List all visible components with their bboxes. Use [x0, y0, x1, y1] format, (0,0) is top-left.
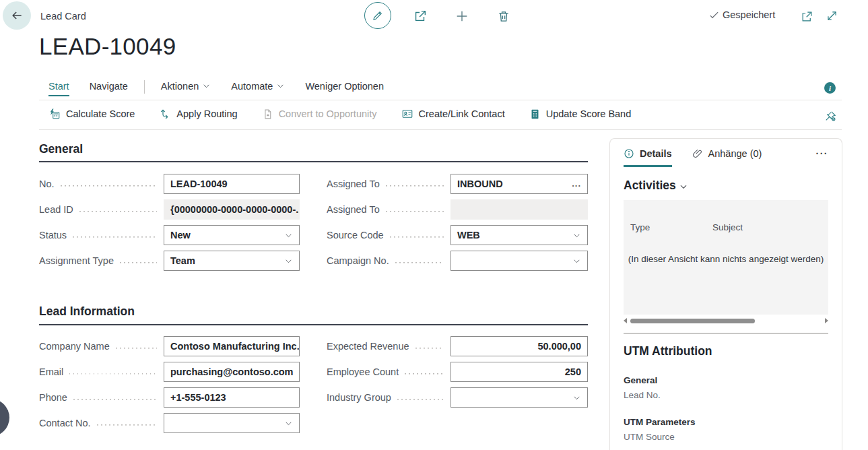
chevron-down-icon[interactable] — [284, 419, 293, 428]
tab-attachments[interactable]: Anhänge (0) — [692, 148, 762, 167]
trash-icon — [497, 9, 510, 23]
pop-out-icon — [801, 10, 813, 23]
status-select[interactable]: New — [164, 225, 300, 245]
breadcrumb-app-title: Lead Card — [40, 11, 86, 22]
edit-button[interactable] — [364, 2, 391, 29]
pencil-icon — [372, 9, 384, 22]
expected-revenue-input[interactable]: 50.000,00 — [450, 336, 588, 356]
floating-assistant-button[interactable] — [0, 399, 9, 437]
menu-item-navigate[interactable]: Navigate — [90, 81, 128, 96]
dotted-leader — [73, 399, 157, 400]
new-button[interactable] — [454, 8, 470, 24]
back-button[interactable] — [3, 1, 31, 30]
activities-horizontal-scrollbar[interactable] — [624, 317, 828, 324]
chevron-down-icon[interactable] — [572, 231, 581, 240]
scroll-right-arrow-icon[interactable] — [825, 318, 828, 323]
open-in-new-window-button[interactable] — [799, 9, 814, 24]
assigned-to-input[interactable]: INBOUND... — [450, 174, 588, 194]
factbox-panel: Details Anhänge (0) ··· Activities Type … — [609, 138, 842, 450]
convert-to-opportunity-button[interactable]: Convert to Opportunity — [262, 108, 377, 120]
dotted-leader — [395, 262, 444, 263]
employee-count-input[interactable]: 250 — [450, 362, 588, 382]
action-ribbon: Calculate Score Apply Routing Convert to… — [48, 108, 655, 120]
activities-list: Type Subject (In dieser Ansicht kann nic… — [624, 200, 828, 315]
ribbon-divider-line — [39, 129, 842, 130]
activities-empty-message: (In dieser Ansicht kann nichts angezeigt… — [624, 254, 828, 264]
chevron-down-icon — [202, 82, 211, 90]
back-arrow-icon — [10, 9, 24, 22]
chevron-down-icon[interactable] — [284, 231, 293, 240]
factbox-more-button[interactable]: ··· — [816, 148, 829, 159]
share-button[interactable] — [412, 8, 428, 24]
lead-card-page: Lead Card Gespeichert LEAD- — [0, 0, 868, 450]
campaign-no-select[interactable] — [450, 251, 588, 271]
info-button[interactable]: i — [824, 82, 836, 94]
contact-no-select[interactable] — [164, 413, 300, 433]
checkmark-icon — [709, 10, 719, 20]
delete-button[interactable] — [496, 8, 512, 24]
info-icon: i — [829, 84, 831, 92]
assigned-to-2-label: Assigned To — [327, 204, 380, 215]
utm-lead-no-label: Lead No. — [624, 390, 828, 400]
apply-routing-button[interactable]: Apply Routing — [159, 108, 237, 120]
menu-item-aktionen[interactable]: Aktionen — [161, 81, 211, 96]
source-code-select[interactable]: WEB — [450, 225, 588, 245]
assignment-type-select[interactable]: Team — [164, 251, 300, 271]
expand-arrows-icon — [826, 9, 838, 22]
field-row: Email purchasing@contoso.com Employee Co… — [39, 362, 588, 382]
company-name-input[interactable]: Contoso Manufacturing Inc. — [164, 336, 300, 356]
section-underline — [39, 324, 588, 325]
factbox-divider — [624, 333, 828, 334]
tab-details[interactable]: Details — [624, 148, 672, 167]
chevron-down-icon[interactable] — [572, 257, 581, 265]
assigned-to-2-field — [450, 199, 588, 220]
menu-item-weniger-optionen[interactable]: Weniger Optionen — [305, 81, 384, 96]
field-row: No. LEAD-10049 Assigned To INBOUND... — [39, 174, 588, 194]
convert-document-icon — [262, 108, 273, 120]
factbox-tabs: Details Anhänge (0) ··· — [624, 148, 828, 167]
scrollbar-thumb[interactable] — [630, 319, 755, 323]
menu-bar: Start Navigate Aktionen Automate Weniger… — [48, 80, 384, 96]
paperclip-icon — [692, 148, 703, 159]
field-row: Company Name Contoso Manufacturing Inc. … — [39, 336, 588, 356]
lead-information-field-grid: Company Name Contoso Manufacturing Inc. … — [39, 336, 588, 439]
chevron-down-icon[interactable] — [572, 393, 581, 402]
general-field-grid: No. LEAD-10049 Assigned To INBOUND... Le… — [39, 174, 588, 276]
calculate-score-button[interactable]: Calculate Score — [48, 108, 135, 120]
dotted-leader — [386, 211, 444, 212]
lookup-ellipsis-icon[interactable]: ... — [572, 181, 581, 187]
routing-arrows-icon — [159, 108, 171, 120]
menu-divider-line — [39, 100, 842, 100]
email-input[interactable]: purchasing@contoso.com — [164, 362, 300, 382]
menu-item-automate[interactable]: Automate — [231, 81, 285, 96]
utm-source-label: UTM Source — [624, 432, 828, 442]
utm-attribution-title: UTM Attribution — [624, 344, 828, 358]
industry-group-label: Industry Group — [327, 392, 391, 403]
field-row: Assignment Type Team Campaign No. — [39, 251, 588, 271]
create-link-contact-button[interactable]: Create/Link Contact — [401, 108, 505, 120]
employee-count-label: Employee Count — [327, 366, 399, 377]
plus-icon — [455, 9, 469, 24]
phone-input[interactable]: +1-555-0123 — [164, 387, 300, 408]
section-title-general: General — [39, 142, 83, 156]
assigned-to-label: Assigned To — [327, 179, 380, 189]
lead-id-field: {00000000-0000-0000-0000-... — [164, 199, 300, 220]
dotted-leader — [79, 211, 157, 212]
utm-parameters-heading: UTM Parameters — [624, 417, 828, 427]
no-input[interactable]: LEAD-10049 — [164, 174, 300, 194]
expected-revenue-label: Expected Revenue — [327, 341, 409, 352]
activities-header[interactable]: Activities — [624, 179, 828, 193]
lead-id-label: Lead ID — [39, 204, 73, 215]
scroll-left-arrow-icon[interactable] — [624, 318, 627, 323]
dotted-leader — [61, 185, 157, 187]
activities-column-type[interactable]: Type — [630, 222, 650, 232]
activities-column-subject[interactable]: Subject — [712, 222, 743, 232]
industry-group-select[interactable] — [450, 387, 588, 408]
fullscreen-button[interactable] — [824, 8, 839, 23]
pin-ribbon-button[interactable] — [823, 108, 838, 123]
menu-item-start[interactable]: Start — [48, 81, 69, 96]
update-score-band-button[interactable]: Update Score Band — [529, 108, 632, 120]
section-title-lead-information: Lead Information — [39, 304, 135, 319]
chevron-down-icon[interactable] — [284, 257, 293, 265]
chevron-down-icon — [679, 182, 688, 191]
